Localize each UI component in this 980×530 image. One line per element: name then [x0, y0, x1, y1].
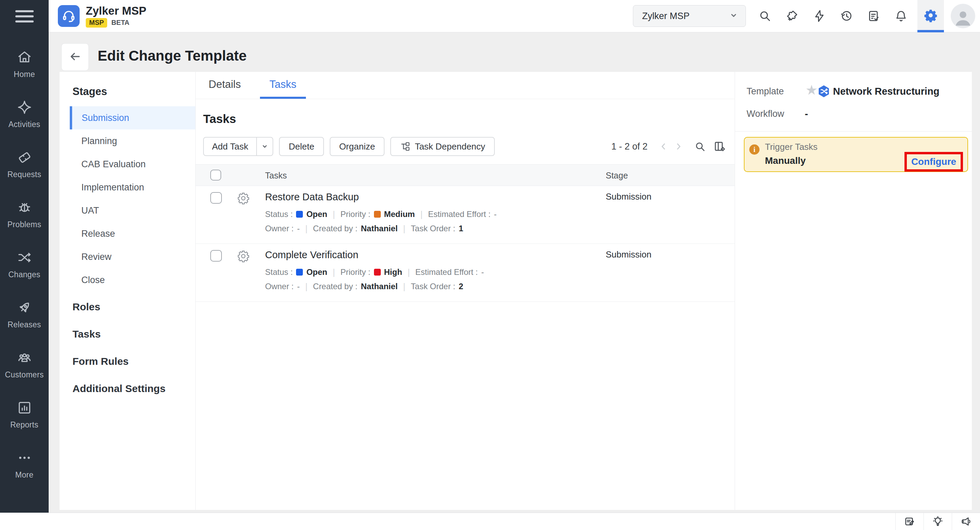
stages-panel: Stages Submission Planning CAB Evaluatio… [60, 72, 196, 510]
stage-item-uat[interactable]: UAT [60, 199, 195, 222]
chevron-down-icon [729, 10, 739, 22]
releases-icon [17, 300, 32, 317]
delete-button[interactable]: Delete [279, 137, 324, 156]
column-header-tasks[interactable]: Tasks [265, 164, 287, 186]
sidebar-item-problems[interactable]: Problems [0, 189, 49, 239]
tabs: Details Tasks [196, 72, 735, 99]
table-row: Complete Verification Status :Open | Pri… [196, 244, 735, 302]
add-task-label[interactable]: Add Task [204, 137, 256, 155]
priority-color-swatch [374, 211, 381, 218]
organize-button[interactable]: Organize [330, 137, 385, 156]
announcement-icon[interactable] [952, 513, 980, 530]
stage-list: Submission Planning CAB Evaluation Imple… [60, 106, 195, 292]
hamburger-menu-icon[interactable] [0, 0, 49, 32]
favorite-star-icon[interactable]: ★ [805, 83, 818, 97]
search-icon[interactable] [757, 0, 773, 32]
stage-item-review[interactable]: Review [60, 245, 195, 268]
add-task-dropdown[interactable] [256, 137, 272, 155]
sidebar-item-activities[interactable]: Activities [0, 89, 49, 139]
panel-divider [735, 131, 972, 131]
row-checkbox[interactable] [210, 192, 222, 204]
sidebar-item-releases[interactable]: Releases [0, 289, 49, 340]
tab-tasks[interactable]: Tasks [260, 72, 306, 99]
sidebar-item-customers[interactable]: Customers [0, 340, 49, 390]
template-value: Network Restructuring [833, 86, 940, 97]
page-next-icon[interactable] [673, 140, 684, 153]
select-all-checkbox[interactable] [210, 170, 221, 180]
app-brand: Zylker MSP MSP BETA [49, 5, 146, 27]
pagination-range: 1 - 2 of 2 [611, 141, 648, 152]
pagination: 1 - 2 of 2 [611, 139, 727, 154]
trigger-tasks-box: i Trigger Tasks Manually Configure [744, 137, 968, 172]
reports-icon [17, 400, 32, 417]
home-icon [17, 49, 32, 66]
section-item-roles[interactable]: Roles [60, 293, 195, 321]
quick-add-icon[interactable] [784, 0, 800, 32]
row-checkbox[interactable] [210, 250, 222, 262]
brand-text: Zylker MSP MSP BETA [86, 5, 146, 27]
section-item-form-rules[interactable]: Form Rules [60, 348, 195, 375]
customers-icon [17, 350, 32, 367]
add-task-button[interactable]: Add Task [203, 137, 273, 156]
app-rail: Home Activities Requests Problems Change… [0, 0, 49, 512]
section-item-tasks[interactable]: Tasks [60, 321, 195, 348]
beta-badge: BETA [111, 19, 129, 27]
annotation-highlight-rect: Configure [904, 152, 963, 172]
status-color-swatch [296, 269, 303, 276]
portal-select[interactable]: Zylker MSP [633, 5, 746, 27]
page-prev-icon[interactable] [658, 140, 669, 153]
topbar-actions: Zylker MSP [633, 0, 980, 32]
task-dependency-button[interactable]: Task Dependency [390, 137, 495, 156]
priority-color-swatch [374, 269, 381, 276]
main-area: Edit Change Template Stages Submission P… [49, 32, 980, 512]
back-arrow-icon [68, 50, 82, 65]
column-settings-icon[interactable] [712, 139, 727, 154]
sidebar-item-changes[interactable]: Changes [0, 239, 49, 289]
configure-link[interactable]: Configure [911, 156, 956, 167]
idea-bulb-icon[interactable] [924, 513, 952, 530]
tasks-toolbar: Add Task Delete Organize Task Dependency… [203, 137, 727, 156]
task-settings-icon[interactable] [237, 249, 250, 263]
template-section-list: Roles Tasks Form Rules Additional Settin… [60, 293, 195, 402]
stage-item-implementation[interactable]: Implementation [60, 176, 195, 199]
table-row: Restore Data Backup Status :Open | Prior… [196, 186, 735, 244]
task-title[interactable]: Restore Data Backup [265, 192, 359, 203]
requests-icon [17, 150, 32, 166]
tasks-panel: Details Tasks Tasks Add Task Delete Orga… [196, 72, 735, 510]
history-icon[interactable] [838, 0, 855, 32]
stage-item-planning[interactable]: Planning [60, 129, 195, 153]
sidebar-item-more[interactable]: More [0, 440, 49, 490]
task-meta-line2: Owner :- | Created by :Nathaniel | Task … [265, 223, 463, 234]
template-label: Template [746, 86, 784, 97]
stage-item-cab-evaluation[interactable]: CAB Evaluation [60, 153, 195, 176]
instant-actions-icon[interactable] [811, 0, 827, 32]
stage-item-submission[interactable]: Submission [70, 106, 195, 129]
feedback-icon[interactable] [895, 513, 924, 530]
sidebar-item-requests[interactable]: Requests [0, 139, 49, 189]
section-item-additional-settings[interactable]: Additional Settings [60, 375, 195, 402]
settings-tab[interactable] [917, 0, 944, 32]
stage-item-release[interactable]: Release [60, 222, 195, 245]
task-settings-icon[interactable] [237, 192, 250, 205]
task-meta-line1: Status :Open | Priority :High | Estimate… [265, 267, 484, 278]
workflow-label: Workflow [746, 109, 784, 119]
approvals-icon[interactable] [865, 0, 882, 32]
sidebar-item-home[interactable]: Home [0, 39, 49, 89]
portal-select-value: Zylker MSP [642, 11, 729, 21]
column-header-stage[interactable]: Stage [606, 164, 628, 186]
task-meta-line2: Owner :- | Created by :Nathaniel | Task … [265, 281, 463, 292]
topbar: Zylker MSP MSP BETA Zylker MSP [49, 0, 980, 32]
app-logo-icon [58, 5, 80, 27]
table-search-icon[interactable] [692, 139, 708, 154]
trigger-tasks-label: Trigger Tasks [765, 142, 818, 152]
task-rows: Restore Data Backup Status :Open | Prior… [196, 186, 735, 302]
tab-details[interactable]: Details [205, 72, 244, 99]
workflow-value: - [805, 108, 808, 120]
stage-item-close[interactable]: Close [60, 268, 195, 292]
user-avatar[interactable] [951, 4, 975, 28]
task-title[interactable]: Complete Verification [265, 249, 358, 260]
notifications-icon[interactable] [893, 0, 909, 32]
back-button[interactable] [61, 43, 89, 71]
task-meta-line1: Status :Open | Priority :Medium | Estima… [265, 208, 497, 220]
sidebar-item-reports[interactable]: Reports [0, 390, 49, 440]
